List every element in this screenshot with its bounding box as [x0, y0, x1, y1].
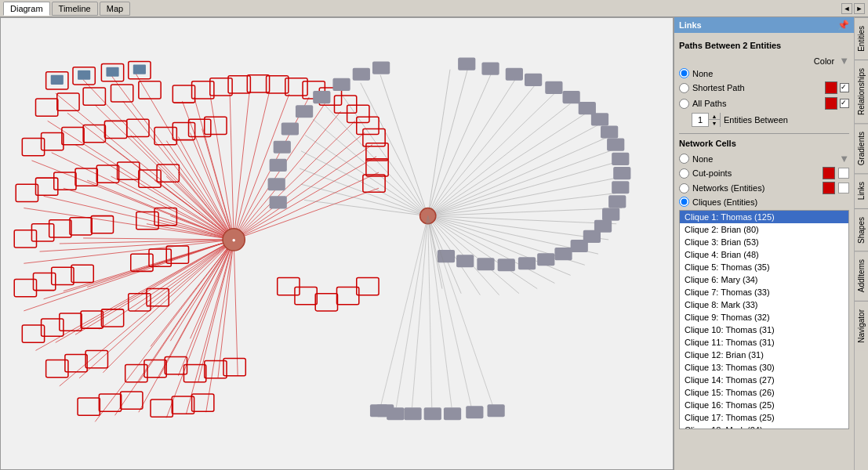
clique-item[interactable]: Clique 15: Thomas (26) [680, 386, 848, 399]
clique-item[interactable]: Clique 18: Mark (24) [680, 424, 848, 429]
filter-icon: ▼ [839, 55, 849, 67]
shortest-path-color[interactable] [825, 81, 837, 94]
right-panel: Links 📌 Paths Between 2 Entities Color ▼… [674, 17, 854, 470]
shortest-path-checkbox[interactable] [840, 83, 849, 92]
svg-rect-231 [281, 122, 299, 135]
svg-rect-234 [268, 178, 285, 190]
panel-pin-icon[interactable]: 📌 [837, 20, 849, 31]
svg-rect-208 [591, 113, 608, 125]
svg-rect-227 [353, 68, 370, 81]
nav-right-arrow[interactable]: ► [854, 3, 865, 14]
svg-rect-237 [78, 70, 90, 80]
svg-rect-223 [477, 258, 494, 270]
clique-item[interactable]: Clique 3: Brian (53) [680, 236, 848, 248]
networks-checkbox-swatch[interactable] [838, 183, 849, 193]
clique-item[interactable]: Clique 10: Thomas (31) [680, 324, 848, 336]
nc-none-radio[interactable] [679, 154, 689, 164]
cliques-list: Clique 1: Thomas (125)Clique 2: Brian (8… [679, 210, 849, 429]
panel-header: Links 📌 [674, 17, 854, 33]
tab-map[interactable]: Map [100, 2, 130, 16]
entities-between-label: Entities Between [724, 115, 788, 125]
clique-item[interactable]: Clique 2: Brian (80) [680, 223, 848, 236]
svg-rect-202 [481, 63, 499, 75]
clique-item[interactable]: Clique 8: Mark (33) [680, 298, 848, 311]
svg-rect-205 [545, 81, 562, 94]
clique-item[interactable]: Clique 12: Brian (31) [680, 349, 848, 361]
nc-cutpoints-row: Cut-points [679, 167, 849, 179]
main-content: ● [0, 17, 868, 470]
vtab-item-relationships[interactable]: Relationships [855, 60, 868, 123]
spinner-up[interactable]: ▲ [709, 113, 720, 120]
clique-item[interactable]: Clique 16: Thomas (25) [680, 399, 848, 411]
svg-rect-235 [270, 196, 287, 208]
diagram-area[interactable]: ● [0, 17, 674, 470]
clique-item[interactable]: Clique 11: Thomas (31) [680, 336, 848, 349]
clique-item[interactable]: Clique 7: Thomas (33) [680, 286, 848, 298]
clique-item[interactable]: Clique 4: Brian (48) [680, 248, 848, 261]
clique-item[interactable]: Clique 9: Thomas (32) [680, 311, 848, 324]
nc-networks-label: Networks (Entities) [692, 183, 764, 193]
clique-item[interactable]: Clique 1: Thomas (125) [680, 211, 848, 223]
nav-arrows: ◄ ► [841, 3, 865, 14]
paths-none-row: None [679, 68, 849, 78]
vtab-item-entities[interactable]: Entities [855, 17, 868, 60]
paths-section-title: Paths Between 2 Entities [679, 41, 849, 50]
vtab-item-gradients[interactable]: Gradients [855, 123, 868, 173]
svg-rect-224 [456, 255, 474, 267]
color-header-label: Color [814, 56, 834, 66]
svg-rect-233 [270, 159, 287, 172]
svg-rect-204 [525, 74, 542, 86]
paths-shortest-radio[interactable] [679, 83, 689, 93]
spinner-down[interactable]: ▼ [709, 120, 720, 127]
nc-filter-icon: ▼ [839, 153, 849, 164]
panel-content: Paths Between 2 Entities Color ▼ None Sh… [674, 33, 854, 470]
svg-rect-209 [601, 125, 618, 138]
svg-rect-230 [296, 105, 313, 118]
vtab-item-additems[interactable]: AddItems [855, 251, 868, 300]
paths-allpaths-label: All Paths [692, 99, 726, 108]
svg-rect-215 [602, 208, 619, 221]
svg-rect-211 [612, 153, 629, 165]
svg-rect-236 [51, 75, 64, 85]
paths-shortest-row: Shortest Path [679, 81, 849, 94]
clique-item[interactable]: Clique 13: Thomas (30) [680, 361, 848, 374]
clique-item[interactable]: Clique 6: Mary (34) [680, 273, 848, 286]
vtab-item-navigator[interactable]: Navigator [855, 301, 868, 351]
clique-item[interactable]: Clique 14: Thomas (27) [680, 374, 848, 386]
svg-rect-229 [313, 91, 330, 103]
svg-rect-206 [563, 91, 580, 103]
nc-networks-row: Networks (Entities) [679, 182, 849, 194]
paths-allpaths-radio[interactable] [679, 99, 689, 109]
tab-timeline[interactable]: Timeline [52, 2, 98, 16]
vtabs-container: EntitiesRelationshipsGradientsLinksShape… [854, 17, 868, 470]
svg-rect-201 [458, 58, 475, 70]
networks-color[interactable] [823, 182, 835, 194]
paths-none-radio[interactable] [679, 68, 689, 78]
nc-cliques-row: Cliques (Entities) [679, 197, 849, 207]
section-divider-1 [679, 133, 849, 134]
paths-none-label: None [692, 69, 713, 78]
clique-item[interactable]: Clique 5: Thomas (35) [680, 261, 848, 273]
vtab-item-links[interactable]: Links [855, 173, 868, 208]
entities-spinner[interactable]: 1 ▲ ▼ [692, 113, 721, 127]
svg-rect-226 [372, 62, 390, 74]
svg-rect-220 [537, 253, 554, 266]
svg-rect-256 [466, 406, 483, 418]
nc-cutpoints-radio[interactable] [679, 168, 689, 179]
entities-between-row: 1 ▲ ▼ Entities Between [692, 113, 849, 127]
clique-item[interactable]: Clique 17: Thomas (25) [680, 411, 848, 424]
svg-rect-214 [608, 195, 626, 208]
vtab-item-shapes[interactable]: Shapes [855, 208, 868, 251]
svg-rect-239 [133, 65, 146, 74]
nc-networks-radio[interactable] [679, 183, 689, 193]
svg-text:●: ● [232, 237, 236, 244]
tab-diagram[interactable]: Diagram [3, 2, 50, 16]
nc-cliques-radio[interactable] [679, 197, 689, 207]
allpaths-color[interactable] [825, 97, 837, 110]
nav-left-arrow[interactable]: ◄ [841, 3, 852, 14]
panel-title: Links [679, 20, 702, 30]
allpaths-checkbox[interactable] [840, 99, 849, 108]
cutpoints-color[interactable] [823, 167, 835, 179]
cutpoints-checkbox-swatch[interactable] [838, 168, 849, 179]
svg-rect-228 [332, 78, 350, 91]
